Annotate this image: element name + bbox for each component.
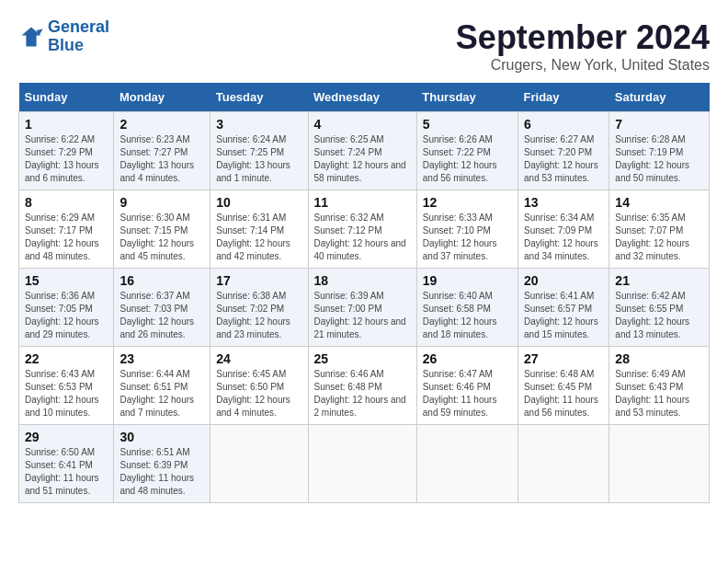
calendar-cell: 3Sunrise: 6:24 AM Sunset: 7:25 PM Daylig…: [210, 112, 308, 190]
day-info: Sunrise: 6:24 AM Sunset: 7:25 PM Dayligh…: [216, 133, 301, 185]
day-info: Sunrise: 6:42 AM Sunset: 6:55 PM Dayligh…: [615, 290, 703, 341]
calendar-cell: 27Sunrise: 6:48 AM Sunset: 6:45 PM Dayli…: [518, 347, 609, 425]
calendar-cell: 14Sunrise: 6:35 AM Sunset: 7:07 PM Dayli…: [609, 190, 710, 269]
calendar-cell: [518, 425, 609, 503]
day-number: 23: [119, 351, 204, 366]
calendar-cell: 23Sunrise: 6:44 AM Sunset: 6:51 PM Dayli…: [114, 347, 210, 425]
day-info: Sunrise: 6:44 AM Sunset: 6:51 PM Dayligh…: [119, 368, 204, 419]
day-info: Sunrise: 6:47 AM Sunset: 6:46 PM Dayligh…: [423, 368, 512, 419]
day-number: 25: [314, 351, 411, 366]
column-header-friday: Friday: [518, 83, 609, 112]
calendar-table: SundayMondayTuesdayWednesdayThursdayFrid…: [18, 83, 710, 503]
calendar-cell: 22Sunrise: 6:43 AM Sunset: 6:53 PM Dayli…: [19, 347, 114, 425]
day-info: Sunrise: 6:37 AM Sunset: 7:03 PM Dayligh…: [119, 290, 204, 341]
calendar-cell: 15Sunrise: 6:36 AM Sunset: 7:05 PM Dayli…: [19, 269, 114, 347]
calendar-cell: [210, 425, 308, 503]
column-headers: SundayMondayTuesdayWednesdayThursdayFrid…: [19, 83, 710, 112]
day-number: 15: [25, 273, 108, 288]
day-info: Sunrise: 6:30 AM Sunset: 7:15 PM Dayligh…: [119, 212, 204, 263]
page-subtitle: Crugers, New York, United States: [456, 57, 710, 74]
day-info: Sunrise: 6:45 AM Sunset: 6:50 PM Dayligh…: [216, 368, 301, 419]
page-title: September 2024: [456, 18, 710, 57]
calendar-cell: 18Sunrise: 6:39 AM Sunset: 7:00 PM Dayli…: [308, 269, 416, 347]
logo-bird-icon: [18, 24, 44, 50]
calendar-cell: 29Sunrise: 6:50 AM Sunset: 6:41 PM Dayli…: [19, 425, 114, 503]
day-info: Sunrise: 6:50 AM Sunset: 6:41 PM Dayligh…: [25, 446, 108, 498]
calendar-cell: 10Sunrise: 6:31 AM Sunset: 7:14 PM Dayli…: [210, 190, 308, 269]
day-info: Sunrise: 6:40 AM Sunset: 6:58 PM Dayligh…: [423, 290, 512, 341]
day-number: 24: [216, 351, 301, 366]
calendar-cell: 12Sunrise: 6:33 AM Sunset: 7:10 PM Dayli…: [416, 190, 518, 269]
day-info: Sunrise: 6:49 AM Sunset: 6:43 PM Dayligh…: [615, 368, 703, 419]
day-info: Sunrise: 6:38 AM Sunset: 7:02 PM Dayligh…: [216, 290, 301, 341]
day-info: Sunrise: 6:32 AM Sunset: 7:12 PM Dayligh…: [314, 212, 411, 263]
day-number: 9: [119, 195, 204, 210]
day-number: 20: [524, 273, 603, 288]
day-info: Sunrise: 6:27 AM Sunset: 7:20 PM Dayligh…: [524, 133, 603, 185]
column-header-thursday: Thursday: [416, 83, 518, 112]
day-number: 2: [119, 117, 204, 132]
day-info: Sunrise: 6:48 AM Sunset: 6:45 PM Dayligh…: [524, 368, 603, 419]
calendar-cell: 25Sunrise: 6:46 AM Sunset: 6:48 PM Dayli…: [308, 347, 416, 425]
day-number: 18: [314, 273, 411, 288]
calendar-cell: [416, 425, 518, 503]
day-number: 5: [423, 117, 512, 132]
day-info: Sunrise: 6:41 AM Sunset: 6:57 PM Dayligh…: [524, 290, 603, 341]
logo-text: General Blue: [48, 18, 109, 55]
day-number: 27: [524, 351, 603, 366]
calendar-cell: 19Sunrise: 6:40 AM Sunset: 6:58 PM Dayli…: [416, 269, 518, 347]
logo: General Blue: [18, 18, 109, 55]
day-info: Sunrise: 6:35 AM Sunset: 7:07 PM Dayligh…: [615, 212, 703, 263]
day-info: Sunrise: 6:23 AM Sunset: 7:27 PM Dayligh…: [119, 133, 204, 185]
calendar-cell: 7Sunrise: 6:28 AM Sunset: 7:19 PM Daylig…: [609, 112, 710, 190]
calendar-cell: 20Sunrise: 6:41 AM Sunset: 6:57 PM Dayli…: [518, 269, 609, 347]
column-header-saturday: Saturday: [609, 83, 710, 112]
day-info: Sunrise: 6:39 AM Sunset: 7:00 PM Dayligh…: [314, 290, 411, 341]
day-number: 4: [314, 117, 411, 132]
day-number: 10: [216, 195, 301, 210]
column-header-monday: Monday: [114, 83, 210, 112]
day-number: 19: [423, 273, 512, 288]
day-number: 28: [615, 351, 703, 366]
calendar-row: 29Sunrise: 6:50 AM Sunset: 6:41 PM Dayli…: [19, 425, 710, 503]
column-header-wednesday: Wednesday: [308, 83, 416, 112]
calendar-cell: 30Sunrise: 6:51 AM Sunset: 6:39 PM Dayli…: [114, 425, 210, 503]
day-number: 11: [314, 195, 411, 210]
day-info: Sunrise: 6:36 AM Sunset: 7:05 PM Dayligh…: [25, 290, 108, 341]
calendar-row: 1Sunrise: 6:22 AM Sunset: 7:29 PM Daylig…: [19, 112, 710, 190]
calendar-cell: 26Sunrise: 6:47 AM Sunset: 6:46 PM Dayli…: [416, 347, 518, 425]
day-number: 29: [25, 430, 108, 444]
calendar-cell: 5Sunrise: 6:26 AM Sunset: 7:22 PM Daylig…: [416, 112, 518, 190]
day-number: 12: [423, 195, 512, 210]
calendar-body: 1Sunrise: 6:22 AM Sunset: 7:29 PM Daylig…: [19, 112, 710, 503]
calendar-cell: [609, 425, 710, 503]
page-header: General Blue September 2024 Crugers, New…: [18, 18, 710, 74]
day-number: 1: [25, 117, 108, 132]
calendar-cell: 28Sunrise: 6:49 AM Sunset: 6:43 PM Dayli…: [609, 347, 710, 425]
calendar-cell: 9Sunrise: 6:30 AM Sunset: 7:15 PM Daylig…: [114, 190, 210, 269]
calendar-row: 15Sunrise: 6:36 AM Sunset: 7:05 PM Dayli…: [19, 269, 710, 347]
day-number: 26: [423, 351, 512, 366]
column-header-tuesday: Tuesday: [210, 83, 308, 112]
day-number: 8: [25, 195, 108, 210]
calendar-cell: 16Sunrise: 6:37 AM Sunset: 7:03 PM Dayli…: [114, 269, 210, 347]
day-info: Sunrise: 6:25 AM Sunset: 7:24 PM Dayligh…: [314, 133, 411, 185]
day-number: 16: [119, 273, 204, 288]
day-number: 7: [615, 117, 703, 132]
calendar-cell: 8Sunrise: 6:29 AM Sunset: 7:17 PM Daylig…: [19, 190, 114, 269]
calendar-cell: 1Sunrise: 6:22 AM Sunset: 7:29 PM Daylig…: [19, 112, 114, 190]
day-info: Sunrise: 6:43 AM Sunset: 6:53 PM Dayligh…: [25, 368, 108, 419]
day-number: 17: [216, 273, 301, 288]
day-info: Sunrise: 6:34 AM Sunset: 7:09 PM Dayligh…: [524, 212, 603, 263]
day-info: Sunrise: 6:26 AM Sunset: 7:22 PM Dayligh…: [423, 133, 512, 185]
day-info: Sunrise: 6:51 AM Sunset: 6:39 PM Dayligh…: [119, 446, 204, 498]
calendar-row: 8Sunrise: 6:29 AM Sunset: 7:17 PM Daylig…: [19, 190, 710, 269]
calendar-row: 22Sunrise: 6:43 AM Sunset: 6:53 PM Dayli…: [19, 347, 710, 425]
day-number: 6: [524, 117, 603, 132]
day-number: 21: [615, 273, 703, 288]
day-number: 3: [216, 117, 301, 132]
calendar-cell: 21Sunrise: 6:42 AM Sunset: 6:55 PM Dayli…: [609, 269, 710, 347]
calendar-cell: 11Sunrise: 6:32 AM Sunset: 7:12 PM Dayli…: [308, 190, 416, 269]
day-info: Sunrise: 6:29 AM Sunset: 7:17 PM Dayligh…: [25, 212, 108, 263]
title-area: September 2024 Crugers, New York, United…: [456, 18, 710, 74]
